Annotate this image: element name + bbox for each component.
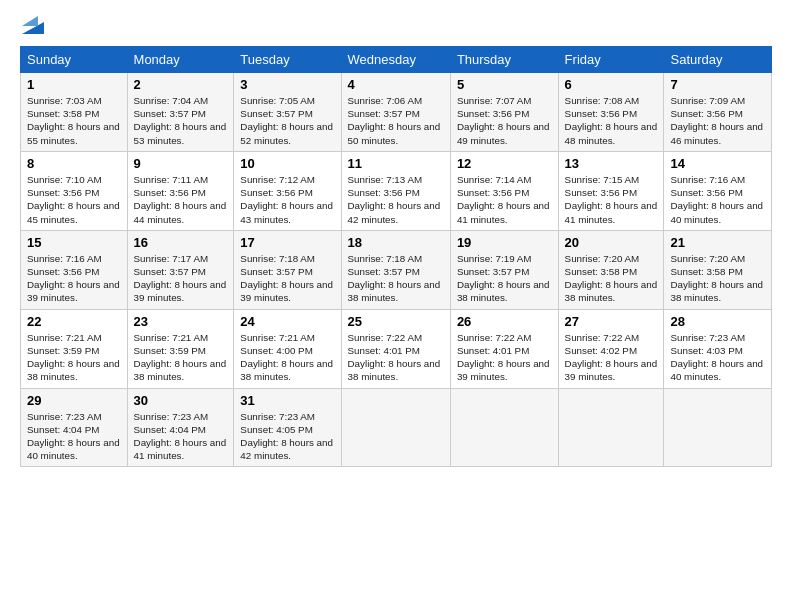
day-number: 10 [240, 156, 334, 171]
calendar-cell [450, 388, 558, 467]
day-info: Sunrise: 7:11 AMSunset: 3:56 PMDaylight:… [134, 173, 228, 226]
day-number: 13 [565, 156, 658, 171]
calendar-cell: 28Sunrise: 7:23 AMSunset: 4:03 PMDayligh… [664, 309, 772, 388]
calendar-cell: 25Sunrise: 7:22 AMSunset: 4:01 PMDayligh… [341, 309, 450, 388]
day-info: Sunrise: 7:07 AMSunset: 3:56 PMDaylight:… [457, 94, 552, 147]
calendar-cell [341, 388, 450, 467]
day-number: 6 [565, 77, 658, 92]
day-info: Sunrise: 7:03 AMSunset: 3:58 PMDaylight:… [27, 94, 121, 147]
calendar-cell: 6Sunrise: 7:08 AMSunset: 3:56 PMDaylight… [558, 73, 664, 152]
calendar-cell: 5Sunrise: 7:07 AMSunset: 3:56 PMDaylight… [450, 73, 558, 152]
calendar-cell: 21Sunrise: 7:20 AMSunset: 3:58 PMDayligh… [664, 230, 772, 309]
page: SundayMondayTuesdayWednesdayThursdayFrid… [0, 0, 792, 477]
calendar-cell: 29Sunrise: 7:23 AMSunset: 4:04 PMDayligh… [21, 388, 128, 467]
calendar-header-row: SundayMondayTuesdayWednesdayThursdayFrid… [21, 47, 772, 73]
calendar-cell: 16Sunrise: 7:17 AMSunset: 3:57 PMDayligh… [127, 230, 234, 309]
day-info: Sunrise: 7:22 AMSunset: 4:01 PMDaylight:… [457, 331, 552, 384]
day-number: 5 [457, 77, 552, 92]
day-number: 28 [670, 314, 765, 329]
day-number: 24 [240, 314, 334, 329]
day-number: 31 [240, 393, 334, 408]
day-info: Sunrise: 7:23 AMSunset: 4:05 PMDaylight:… [240, 410, 334, 463]
day-info: Sunrise: 7:05 AMSunset: 3:57 PMDaylight:… [240, 94, 334, 147]
calendar-week-row: 15Sunrise: 7:16 AMSunset: 3:56 PMDayligh… [21, 230, 772, 309]
day-number: 1 [27, 77, 121, 92]
calendar-cell: 24Sunrise: 7:21 AMSunset: 4:00 PMDayligh… [234, 309, 341, 388]
calendar-cell: 15Sunrise: 7:16 AMSunset: 3:56 PMDayligh… [21, 230, 128, 309]
calendar-cell: 13Sunrise: 7:15 AMSunset: 3:56 PMDayligh… [558, 151, 664, 230]
day-info: Sunrise: 7:18 AMSunset: 3:57 PMDaylight:… [240, 252, 334, 305]
day-number: 17 [240, 235, 334, 250]
weekday-header-sunday: Sunday [21, 47, 128, 73]
day-info: Sunrise: 7:20 AMSunset: 3:58 PMDaylight:… [565, 252, 658, 305]
day-info: Sunrise: 7:22 AMSunset: 4:01 PMDaylight:… [348, 331, 444, 384]
calendar-cell: 11Sunrise: 7:13 AMSunset: 3:56 PMDayligh… [341, 151, 450, 230]
day-number: 25 [348, 314, 444, 329]
calendar-table: SundayMondayTuesdayWednesdayThursdayFrid… [20, 46, 772, 467]
day-info: Sunrise: 7:10 AMSunset: 3:56 PMDaylight:… [27, 173, 121, 226]
header [20, 18, 772, 34]
logo [20, 18, 44, 34]
day-info: Sunrise: 7:15 AMSunset: 3:56 PMDaylight:… [565, 173, 658, 226]
calendar-week-row: 29Sunrise: 7:23 AMSunset: 4:04 PMDayligh… [21, 388, 772, 467]
day-info: Sunrise: 7:18 AMSunset: 3:57 PMDaylight:… [348, 252, 444, 305]
day-number: 7 [670, 77, 765, 92]
day-number: 26 [457, 314, 552, 329]
day-number: 16 [134, 235, 228, 250]
calendar-cell: 14Sunrise: 7:16 AMSunset: 3:56 PMDayligh… [664, 151, 772, 230]
calendar-cell: 27Sunrise: 7:22 AMSunset: 4:02 PMDayligh… [558, 309, 664, 388]
day-info: Sunrise: 7:17 AMSunset: 3:57 PMDaylight:… [134, 252, 228, 305]
svg-marker-1 [22, 16, 38, 26]
weekday-header-saturday: Saturday [664, 47, 772, 73]
calendar-cell: 9Sunrise: 7:11 AMSunset: 3:56 PMDaylight… [127, 151, 234, 230]
day-number: 23 [134, 314, 228, 329]
calendar-cell: 10Sunrise: 7:12 AMSunset: 3:56 PMDayligh… [234, 151, 341, 230]
day-info: Sunrise: 7:23 AMSunset: 4:04 PMDaylight:… [134, 410, 228, 463]
day-info: Sunrise: 7:21 AMSunset: 3:59 PMDaylight:… [27, 331, 121, 384]
calendar-cell: 7Sunrise: 7:09 AMSunset: 3:56 PMDaylight… [664, 73, 772, 152]
day-info: Sunrise: 7:09 AMSunset: 3:56 PMDaylight:… [670, 94, 765, 147]
weekday-header-monday: Monday [127, 47, 234, 73]
calendar-cell [558, 388, 664, 467]
calendar-cell: 30Sunrise: 7:23 AMSunset: 4:04 PMDayligh… [127, 388, 234, 467]
weekday-header-wednesday: Wednesday [341, 47, 450, 73]
day-number: 9 [134, 156, 228, 171]
day-number: 15 [27, 235, 121, 250]
day-info: Sunrise: 7:19 AMSunset: 3:57 PMDaylight:… [457, 252, 552, 305]
weekday-header-friday: Friday [558, 47, 664, 73]
calendar-cell: 2Sunrise: 7:04 AMSunset: 3:57 PMDaylight… [127, 73, 234, 152]
day-info: Sunrise: 7:22 AMSunset: 4:02 PMDaylight:… [565, 331, 658, 384]
calendar-cell [664, 388, 772, 467]
day-number: 14 [670, 156, 765, 171]
weekday-header-tuesday: Tuesday [234, 47, 341, 73]
day-number: 2 [134, 77, 228, 92]
weekday-header-thursday: Thursday [450, 47, 558, 73]
day-number: 22 [27, 314, 121, 329]
day-info: Sunrise: 7:06 AMSunset: 3:57 PMDaylight:… [348, 94, 444, 147]
calendar-week-row: 1Sunrise: 7:03 AMSunset: 3:58 PMDaylight… [21, 73, 772, 152]
day-info: Sunrise: 7:08 AMSunset: 3:56 PMDaylight:… [565, 94, 658, 147]
day-number: 4 [348, 77, 444, 92]
calendar-cell: 26Sunrise: 7:22 AMSunset: 4:01 PMDayligh… [450, 309, 558, 388]
day-number: 20 [565, 235, 658, 250]
day-number: 8 [27, 156, 121, 171]
day-info: Sunrise: 7:23 AMSunset: 4:04 PMDaylight:… [27, 410, 121, 463]
calendar-cell: 20Sunrise: 7:20 AMSunset: 3:58 PMDayligh… [558, 230, 664, 309]
day-number: 12 [457, 156, 552, 171]
day-number: 11 [348, 156, 444, 171]
day-number: 21 [670, 235, 765, 250]
day-number: 27 [565, 314, 658, 329]
calendar-week-row: 8Sunrise: 7:10 AMSunset: 3:56 PMDaylight… [21, 151, 772, 230]
calendar-cell: 8Sunrise: 7:10 AMSunset: 3:56 PMDaylight… [21, 151, 128, 230]
day-info: Sunrise: 7:13 AMSunset: 3:56 PMDaylight:… [348, 173, 444, 226]
calendar-cell: 23Sunrise: 7:21 AMSunset: 3:59 PMDayligh… [127, 309, 234, 388]
day-info: Sunrise: 7:21 AMSunset: 3:59 PMDaylight:… [134, 331, 228, 384]
calendar-cell: 17Sunrise: 7:18 AMSunset: 3:57 PMDayligh… [234, 230, 341, 309]
day-number: 30 [134, 393, 228, 408]
calendar-cell: 19Sunrise: 7:19 AMSunset: 3:57 PMDayligh… [450, 230, 558, 309]
day-info: Sunrise: 7:16 AMSunset: 3:56 PMDaylight:… [670, 173, 765, 226]
day-info: Sunrise: 7:04 AMSunset: 3:57 PMDaylight:… [134, 94, 228, 147]
day-number: 29 [27, 393, 121, 408]
day-info: Sunrise: 7:12 AMSunset: 3:56 PMDaylight:… [240, 173, 334, 226]
calendar-cell: 18Sunrise: 7:18 AMSunset: 3:57 PMDayligh… [341, 230, 450, 309]
